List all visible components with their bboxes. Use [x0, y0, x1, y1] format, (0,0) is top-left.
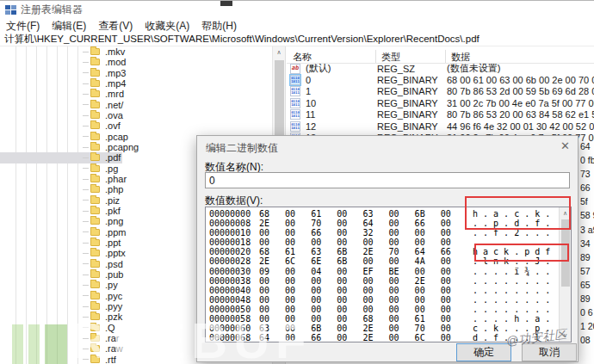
tree-item[interactable]: .php	[0, 184, 125, 194]
folder-icon	[90, 313, 100, 320]
column-separator[interactable]	[445, 50, 446, 63]
tree-item[interactable]: .pkf	[0, 206, 122, 216]
data-fragment: 66	[580, 181, 594, 194]
hex-row: 00000048 00 00 00 00 00 00 00 00 . . . .…	[209, 295, 558, 305]
data-fragment: 65	[580, 278, 594, 292]
tree-connector	[83, 317, 89, 318]
tree-item[interactable]: .pdf	[0, 152, 122, 163]
menu-bar: 文件(F)编辑(E)查看(V)收藏夹(A)帮助(H)	[0, 19, 594, 33]
folder-icon	[90, 154, 100, 161]
column-separator[interactable]	[375, 50, 376, 63]
tree-item[interactable]: .piz	[0, 195, 121, 206]
tree-item[interactable]: .png	[0, 216, 125, 226]
value-name-input[interactable]	[205, 172, 570, 188]
tree-item[interactable]: .ppm	[0, 227, 127, 238]
tree-item[interactable]: .mod	[0, 57, 127, 67]
address-bar[interactable]: 计算机\HKEY_CURRENT_USER\SOFTWARE\Microsoft…	[0, 33, 594, 46]
folder-icon	[90, 261, 100, 268]
hex-row: 00000040 00 00 00 00 00 00 00 00 . . . .…	[209, 286, 558, 295]
tree-item[interactable]: .py	[0, 280, 120, 290]
value-row[interactable]: 0 REG_BINARY 68 00 61 00 63 00 6b 00 2e …	[287, 74, 594, 85]
values-list: (默认) REG_SZ (数值未设置) 0 REG_BINARY 68 00 6…	[287, 63, 594, 144]
tree-item[interactable]: .ova	[0, 110, 125, 120]
tree-item[interactable]: .mrd	[0, 89, 126, 99]
tree-item[interactable]: .raw	[0, 343, 125, 354]
value-name: 1	[306, 86, 377, 96]
value-row[interactable]: 10 REG_BINARY 31 00 2c 7b 00 4e e0 7a 5f…	[287, 97, 594, 108]
folder-icon	[90, 356, 100, 363]
hex-row: 00000058 00 00 00 00 68 00 61 00 . . . .…	[209, 314, 558, 324]
tree-item[interactable]: .pyc	[0, 291, 124, 301]
tree-item-label: .pdf	[103, 152, 122, 163]
hex-row: 00000030 09 00 04 00 EF BE 00 00 . . . .…	[209, 267, 558, 276]
folder-icon	[90, 335, 100, 342]
value-type: REG_BINARY	[377, 75, 447, 85]
tree-connector	[83, 285, 89, 286]
value-row[interactable]: 11 REG_BINARY 80 7b 86 53 20 00 63 84 58…	[287, 109, 594, 120]
tree-item[interactable]: .pzk	[0, 312, 124, 322]
folder-icon	[90, 144, 100, 151]
value-type-icon	[290, 86, 300, 96]
tree-item[interactable]: .ppt	[0, 238, 122, 248]
folder-icon	[90, 324, 100, 331]
value-data: 80 7b 86 53 2d 00 59 5b 69 6d 28 00 33	[447, 86, 594, 96]
tree-item[interactable]: .mp4	[0, 78, 127, 89]
value-row[interactable]: 12 REG_BINARY 44 96 f6 4e 32 00 01 30 42…	[287, 120, 594, 132]
ok-button[interactable]: 确定	[456, 343, 511, 361]
tree-item[interactable]: .phar	[0, 174, 128, 184]
tree-connector	[83, 221, 89, 222]
column-header-type[interactable]: 类型	[381, 51, 400, 64]
tree-item[interactable]: .pg	[0, 163, 120, 174]
menu-item[interactable]: 文件(F)	[0, 19, 46, 34]
folder-icon	[90, 281, 100, 288]
hex-offset: 00000018	[209, 238, 259, 247]
tree-item-label: .php	[103, 184, 125, 194]
cancel-button[interactable]: 取消	[522, 343, 577, 361]
tree-item-label: .py	[103, 280, 120, 290]
tree-item[interactable]: .Q	[0, 323, 117, 333]
tree-connector	[83, 189, 89, 190]
hex-ascii: . . . . ï ¾ . .	[473, 267, 550, 276]
hex-bytes: 00 00 00 00 00 00 2E 00	[259, 276, 459, 286]
tree-item[interactable]: .pub	[0, 269, 125, 280]
tree-item[interactable]: .rtf	[0, 355, 118, 364]
tree-item[interactable]: .pcapng	[0, 142, 140, 152]
tree-connector	[83, 115, 89, 116]
hex-offset: 00000068	[209, 333, 259, 342]
hex-ascii: . . . . . . . .	[473, 305, 550, 314]
tree-item[interactable]: .pptx	[0, 248, 127, 258]
tree-connector	[83, 126, 89, 126]
tree-item-label: .rtf	[103, 355, 118, 364]
data-fragment: 57	[580, 264, 594, 278]
tree-item[interactable]: .mp3	[0, 68, 127, 78]
menu-item[interactable]: 编辑(E)	[46, 19, 92, 34]
tree-item[interactable]: .net/	[0, 100, 125, 110]
data-fragment: 0 6	[580, 305, 594, 319]
hex-bytes: 00 00 00 00 00 00 00 00	[259, 238, 459, 247]
value-row[interactable]: (默认) REG_SZ (数值未设置)	[287, 63, 594, 74]
tree-item[interactable]: .rar	[0, 333, 121, 343]
value-type: REG_BINARY	[377, 86, 447, 96]
scrollbar-thumb[interactable]	[275, 60, 284, 142]
menu-item[interactable]: 帮助(H)	[195, 19, 243, 34]
title-bar: 注册表编辑器	[0, 1, 594, 19]
menu-item[interactable]: 收藏夹(A)	[139, 19, 195, 34]
value-name: 12	[306, 121, 377, 132]
tree-item[interactable]: .pcap	[0, 132, 130, 142]
tree-item[interactable]: .pyy	[0, 301, 124, 312]
tree-item-label: .pg	[103, 163, 120, 174]
close-icon[interactable]: ✕	[560, 139, 570, 152]
tree-item-label: .png	[103, 216, 125, 226]
hex-ascii: c . k . . . p .	[473, 324, 550, 333]
tree-item[interactable]: .ovf	[0, 120, 122, 131]
tree-item[interactable]: .mkv	[0, 46, 127, 57]
menu-item[interactable]: 查看(V)	[92, 19, 139, 34]
tree-item[interactable]: .psd	[0, 259, 125, 269]
value-row[interactable]: 1 REG_BINARY 80 7b 86 53 2d 00 59 5b 69 …	[287, 86, 594, 97]
scroll-up-icon[interactable]: ∧	[273, 46, 285, 59]
tree-item-label: .pcap	[103, 132, 130, 142]
tree-item-label: .ppm	[103, 227, 127, 238]
scroll-down-icon[interactable]: ∨	[560, 330, 571, 342]
value-type: REG_SZ	[377, 64, 447, 74]
value-type-icon	[290, 64, 300, 74]
